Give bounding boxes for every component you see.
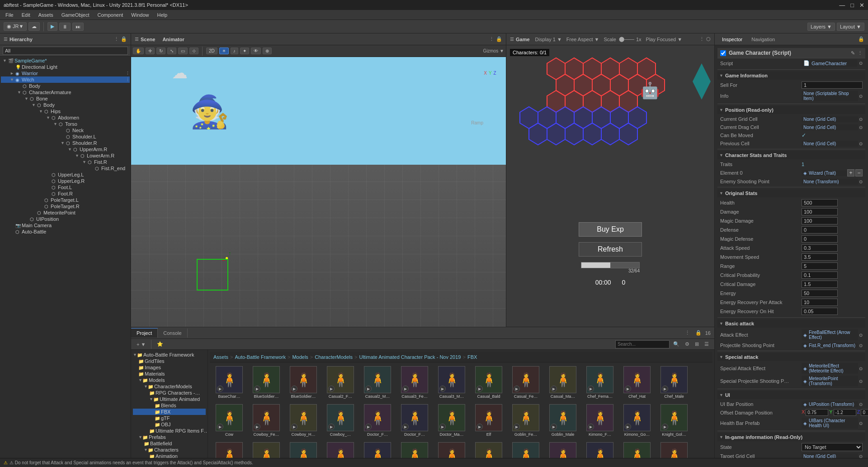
enemy-shooting-value[interactable]: None (Transform)	[802, 179, 858, 185]
project-tree-gtf[interactable]: 📁 gTF	[133, 415, 206, 421]
asset-play-button[interactable]: ▶	[402, 424, 409, 430]
range-input[interactable]	[802, 262, 838, 270]
animator-tab[interactable]: Animator	[162, 37, 184, 42]
prev-select-icon[interactable]: ⊙	[859, 141, 863, 146]
asset-item-8[interactable]: 🧍▶Casual_Fe…	[508, 364, 543, 400]
console-tab[interactable]: Console	[158, 329, 187, 338]
asset-item-22[interactable]: 🧍▶Goblin_Male	[545, 402, 580, 438]
asset-item-37[interactable]: 🧍▶Pug	[619, 440, 655, 458]
asset-item-31[interactable]: 🧍▶Ninja_Sand…	[397, 440, 432, 458]
special-select[interactable]: ⊙	[859, 366, 863, 371]
basic-attack-section-header[interactable]: ▼ Basic attack	[717, 319, 865, 328]
project-tree-rpg[interactable]: 📁 RPG Characters -…	[133, 390, 206, 396]
asset-item-9[interactable]: 🧍▶Casual_Ma…	[545, 364, 580, 400]
tree-item-foot-r[interactable]: ⬡ Foot.R	[1, 191, 130, 197]
project-tree-images[interactable]: 📁 Images	[133, 364, 206, 371]
asset-play-button[interactable]: ▶	[625, 424, 631, 430]
asset-item-29[interactable]: 🧍▶Ninja_Male	[323, 440, 358, 458]
game-menu-icon[interactable]: ☰	[510, 37, 514, 42]
ui-section-header[interactable]: ▼ UI	[717, 391, 865, 399]
asset-play-button[interactable]: ▶	[588, 424, 594, 430]
bottom-options[interactable]: ⋮	[683, 329, 692, 337]
asset-play-button[interactable]: ▶	[217, 424, 223, 430]
enemy-select-icon[interactable]: ⊙	[859, 179, 863, 184]
hierarchy-lock-button[interactable]: 🔒	[121, 36, 127, 42]
tree-item-upperarm-r[interactable]: ▼ ⬡ UpperArm.R	[1, 146, 130, 152]
aspect-dropdown[interactable]: Free Aspect ▼	[566, 37, 599, 42]
original-stats-section-header[interactable]: ▼ Original Stats	[717, 189, 865, 197]
asset-item-14[interactable]: 🧍▶Cowboy_Fe…	[249, 402, 284, 438]
hierarchy-menu-icon[interactable]: ☰	[4, 37, 8, 42]
asset-play-button[interactable]: ▶	[514, 424, 520, 430]
tree-item-hips[interactable]: ▼ ⬡ Hips	[1, 108, 130, 114]
play-focused-button[interactable]: Play Focused ▼	[646, 37, 683, 42]
grid-view-btn[interactable]: ⊞	[693, 340, 701, 348]
target-select[interactable]: ⊙	[859, 454, 863, 458]
asset-play-button[interactable]: ▶	[662, 386, 668, 392]
energy-recovery-hit-input[interactable]	[802, 308, 838, 315]
tree-item-fist-r[interactable]: ▼ ⬡ Fist.R	[1, 159, 130, 165]
asset-play-button[interactable]: ▶	[254, 386, 260, 392]
tree-item-upperleg-r[interactable]: ⬡ UpperLeg.R	[1, 178, 130, 184]
asset-item-27[interactable]: 🧍▶Knight_Ma…	[249, 440, 284, 458]
menu-help[interactable]: Help	[153, 11, 171, 19]
inspector-lock[interactable]: 🔒	[858, 36, 864, 42]
ui-bar-value[interactable]: ◈ UIPosition (Transform)	[802, 401, 858, 407]
asset-play-button[interactable]: ▶	[328, 386, 335, 392]
buy-exp-button[interactable]: Buy Exp	[579, 222, 642, 237]
rotate-tool[interactable]: ↻	[156, 48, 165, 54]
special-attack-section-header[interactable]: ▼ Special attack	[717, 353, 865, 361]
project-tree-blends[interactable]: 📁 Blends	[133, 402, 206, 409]
asset-item-6[interactable]: 🧍▶Casual3_M…	[434, 364, 469, 400]
game-info-section-header[interactable]: ▼ Game Information	[717, 71, 865, 80]
asset-play-button[interactable]: ▶	[551, 386, 557, 392]
asset-item-10[interactable]: 🧍▶Chef_Fema…	[582, 364, 618, 400]
asset-item-16[interactable]: 🧍▶Cowboy_…	[323, 402, 358, 438]
current-grid-value[interactable]: None (Grid Cell)	[802, 116, 858, 122]
tree-item-body1[interactable]: ⬡ Body	[1, 83, 130, 89]
project-tree-models[interactable]: ▼ 📁 Models	[133, 377, 206, 383]
tree-item-samplescene[interactable]: ▼ 🎬 SampleGame*	[1, 57, 130, 64]
close-button[interactable]: ✕	[859, 2, 864, 9]
tree-item-shoulder-l[interactable]: ⬡ Shoulder.L	[1, 133, 130, 140]
asset-item-30[interactable]: 🧍▶Ninja_Male…	[360, 440, 395, 458]
light-toggle[interactable]: ☀	[219, 48, 229, 54]
asset-item-23[interactable]: 🧍▶Kimono_F…	[582, 402, 618, 438]
remove-button[interactable]: −	[855, 169, 863, 176]
project-tree-battlefield[interactable]: 📁 Battlefield	[133, 440, 206, 447]
defense-input[interactable]	[802, 226, 838, 234]
tree-item-bone[interactable]: ▼ ⬡ Bone	[1, 95, 130, 102]
tree-item-body2[interactable]: ▼ ⬡ Body	[1, 102, 130, 108]
menu-gameobject[interactable]: GameObject	[58, 11, 93, 19]
target-grid-value[interactable]: None (Grid Cell)	[802, 453, 858, 458]
char-stats-section-header[interactable]: ▼ Character Stats and Traits	[717, 151, 865, 159]
tree-item-torso[interactable]: ▼ ⬡ Torso	[1, 121, 130, 127]
project-tree-charactermodels[interactable]: ▼ 📁 CharacterModels	[133, 383, 206, 390]
special-effect-value[interactable]: ◈ MeteoriteEffect (Meteorite Effect)	[802, 363, 858, 374]
scene-menu-icon[interactable]: ☰	[135, 37, 139, 42]
ui-bar-select[interactable]: ⊙	[859, 402, 863, 407]
gizmo-toggle[interactable]: ⊕	[263, 48, 272, 54]
project-tree-gridtiles[interactable]: 📁 GridTiles	[133, 358, 206, 364]
tree-item-foot-l[interactable]: ⬡ Foot.L	[1, 184, 130, 191]
asset-item-36[interactable]: 🧍▶Pirate_Male	[582, 440, 618, 458]
energy-input[interactable]	[802, 290, 838, 297]
project-tree-fbx[interactable]: 📁 FBX	[133, 409, 206, 415]
current-grid-select[interactable]: ⊙	[859, 117, 863, 122]
offset-y-input[interactable]	[834, 409, 856, 416]
asset-item-34[interactable]: 🧍▶OldClassy_…	[508, 440, 543, 458]
asset-item-3[interactable]: 🧍▶Casual2_F…	[323, 364, 358, 400]
asset-play-button[interactable]: ▶	[402, 386, 409, 392]
asset-item-19[interactable]: 🧍▶Doctor_Ma…	[434, 402, 469, 438]
path-character-models[interactable]: CharacterModels	[315, 354, 353, 360]
options-icon[interactable]: ⋮	[126, 71, 130, 76]
tree-item-fist-r-end[interactable]: ⬡ Fist.R_end	[1, 165, 130, 172]
tree-item-main-camera[interactable]: 📷 Main Camera	[1, 222, 130, 229]
state-dropdown[interactable]: No Target	[802, 443, 863, 451]
health-bar-value[interactable]: ◈ UIBars (Character Health UI)	[802, 418, 858, 429]
game-display[interactable]: Display 1 ▼	[535, 37, 562, 42]
project-tree-ultimate[interactable]: ▼ 📁 Ultimate Animated	[133, 396, 206, 402]
hierarchy-options-button[interactable]: ⋮	[114, 36, 119, 42]
tree-item-warrior[interactable]: ► ◉ Warrior ⋮	[1, 70, 130, 76]
asset-play-button[interactable]: ▶	[476, 386, 483, 392]
